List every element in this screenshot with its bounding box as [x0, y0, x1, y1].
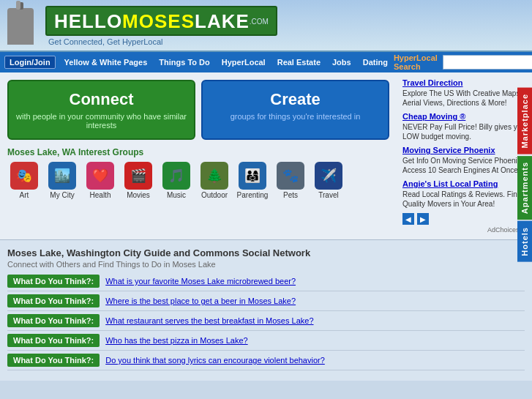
nav-real-estate[interactable]: Real Estate — [271, 52, 326, 72]
ad-link-1[interactable]: Cheap Moving ® — [402, 112, 526, 121]
logo-com: .COM — [250, 18, 269, 26]
ad-link-3[interactable]: Angie's List Local Pating — [402, 179, 526, 188]
tab-hotels[interactable]: Hotels — [517, 221, 532, 262]
interest-icon: 🎭 — [10, 162, 38, 190]
interest-label: Travel — [318, 191, 338, 199]
interest-item-movies[interactable]: 🎬 Movies — [121, 162, 155, 199]
nav-yellow-white[interactable]: Yellow & White Pages — [59, 52, 154, 72]
create-subtitle: groups for things you're interested in — [210, 112, 381, 121]
ad-nav: ◀ ▶ — [402, 213, 526, 225]
bottom-subtitle: Connect with Others and Find Things to D… — [7, 260, 525, 269]
connect-title: Connect — [16, 90, 187, 109]
header: HELLOMOSESLAKE.COM Get Connected, Get Hy… — [0, 0, 532, 52]
search-area: HyperLocal Search 🔍 — [394, 53, 532, 71]
question-link-2[interactable]: What restaurant serves the best breakfas… — [105, 316, 313, 325]
tab-apartments[interactable]: Apartments — [517, 156, 532, 220]
ad-text-0: Explore The US With Creative Maps, Aeria… — [402, 89, 526, 108]
tagline: Get Connected, Get HyperLocal — [45, 37, 277, 46]
logo-pole-icon — [7, 8, 34, 45]
ad-prev-button[interactable]: ◀ — [402, 213, 414, 225]
connect-button[interactable]: Connect with people in your community wh… — [7, 80, 195, 140]
logo-moses: MOSES — [122, 10, 195, 32]
question-link-0[interactable]: What is your favorite Moses Lake microbr… — [105, 277, 296, 286]
question-row-4: What Do You Think?: Do you think that so… — [7, 354, 525, 370]
cta-row: Connect with people in your community wh… — [7, 80, 389, 140]
create-button[interactable]: Create groups for things you're interest… — [201, 80, 389, 140]
interest-section: Moses Lake, WA Interest Groups 🎭 Art 🏙️ … — [7, 147, 389, 199]
questions-container: What Do You Think?: What is your favorit… — [7, 275, 525, 370]
interest-label: My City — [50, 191, 74, 199]
ad-text-1: NEVER Pay Full Price! Billy gives you LO… — [402, 122, 526, 141]
interest-icon: 🐾 — [277, 162, 304, 190]
interest-icon: 🎬 — [124, 162, 152, 190]
interest-item-parenting[interactable]: 👨‍👩‍👧 Parenting — [236, 162, 269, 199]
search-label: HyperLocal Search — [394, 53, 440, 71]
right-column: Travel Direction Explore The US With Cre… — [397, 72, 532, 239]
question-label-4: What Do You Think?: — [7, 354, 100, 367]
adchoices-label: AdChoices ▷ — [402, 226, 526, 234]
interest-icon: ✈️ — [315, 162, 342, 190]
interest-label: Movies — [127, 191, 150, 199]
ads-container: Travel Direction Explore The US With Cre… — [402, 78, 526, 209]
create-title: Create — [210, 90, 381, 109]
interest-grid: 🎭 Art 🏙️ My City ❤️ Health 🎬 Movies 🎵 Mu… — [7, 162, 389, 199]
interest-label: Pets — [283, 191, 298, 199]
search-input[interactable] — [443, 55, 532, 70]
ad-item-2: Moving Service Phoenix Get Info On Movin… — [402, 146, 526, 175]
interest-icon: 🏙️ — [48, 162, 76, 190]
sidebar-tabs: Marketplace Apartments Hotels — [517, 88, 532, 261]
login-join-button[interactable]: Login/Join — [4, 56, 56, 69]
navbar: Login/Join Yellow & White Pages Things T… — [0, 52, 532, 72]
ad-next-button[interactable]: ▶ — [417, 213, 429, 225]
logo-wrapper[interactable]: HELLOMOSESLAKE.COM — [45, 6, 277, 36]
question-link-4[interactable]: Do you think that song lyrics can encour… — [105, 356, 325, 365]
ad-item-0: Travel Direction Explore The US With Cre… — [402, 78, 526, 108]
ad-text-3: Read Local Ratings & Reviews. Find Quali… — [402, 190, 526, 209]
bottom-section: Moses Lake, Washington City Guide and Co… — [0, 239, 532, 381]
interest-label: Art — [20, 191, 29, 199]
logo-lake: LAKE — [195, 10, 250, 32]
interest-item-pets[interactable]: 🐾 Pets — [274, 162, 307, 199]
interest-item-health[interactable]: ❤️ Health — [83, 162, 117, 199]
logo-hello: HELLO — [54, 10, 122, 32]
interest-icon: 🎵 — [162, 162, 190, 190]
interest-title: Moses Lake, WA Interest Groups — [7, 147, 389, 157]
nav-jobs[interactable]: Jobs — [326, 52, 357, 72]
interest-icon: 🌲 — [201, 162, 228, 190]
nav-hyperlocal[interactable]: HyperLocal — [216, 52, 271, 72]
interest-icon: ❤️ — [86, 162, 114, 190]
connect-subtitle: with people in your community who have s… — [16, 112, 187, 130]
interest-icon: 👨‍👩‍👧 — [239, 162, 266, 190]
interest-label: Health — [90, 191, 111, 199]
question-row-1: What Do You Think?: Where is the best pl… — [7, 294, 525, 311]
question-row-0: What Do You Think?: What is your favorit… — [7, 275, 525, 291]
nav-things-to-do[interactable]: Things To Do — [153, 52, 215, 72]
question-label-1: What Do You Think?: — [7, 294, 100, 307]
ad-link-2[interactable]: Moving Service Phoenix — [402, 146, 526, 154]
tab-marketplace[interactable]: Marketplace — [517, 88, 532, 154]
nav-dating[interactable]: Dating — [357, 52, 394, 72]
interest-item-my-city[interactable]: 🏙️ My City — [45, 162, 79, 199]
question-link-3[interactable]: Who has the best pizza in Moses Lake? — [105, 336, 247, 345]
interest-item-travel[interactable]: ✈️ Travel — [312, 162, 345, 199]
ad-item-1: Cheap Moving ® NEVER Pay Full Price! Bil… — [402, 112, 526, 141]
interest-label: Music — [167, 191, 186, 199]
interest-item-art[interactable]: 🎭 Art — [7, 162, 41, 199]
main-content: Connect with people in your community wh… — [0, 72, 532, 239]
question-row-3: What Do You Think?: Who has the best piz… — [7, 334, 525, 351]
question-label-2: What Do You Think?: — [7, 314, 100, 327]
interest-item-outdoor[interactable]: 🌲 Outdoor — [198, 162, 231, 199]
ad-link-0[interactable]: Travel Direction — [402, 78, 526, 87]
question-row-2: What Do You Think?: What restaurant serv… — [7, 314, 525, 331]
left-column: Connect with people in your community wh… — [0, 72, 397, 239]
interest-item-music[interactable]: 🎵 Music — [160, 162, 193, 199]
ad-item-3: Angie's List Local Pating Read Local Rat… — [402, 179, 526, 209]
interest-label: Outdoor — [201, 191, 228, 199]
question-label-3: What Do You Think?: — [7, 334, 100, 347]
question-link-1[interactable]: Where is the best place to get a beer in… — [105, 297, 296, 305]
question-label-0: What Do You Think?: — [7, 275, 100, 288]
ad-text-2: Get Info On Moving Service Phoenix Acces… — [402, 156, 526, 175]
bottom-title: Moses Lake, Washington City Guide and Co… — [7, 247, 525, 258]
interest-label: Parenting — [237, 191, 269, 199]
